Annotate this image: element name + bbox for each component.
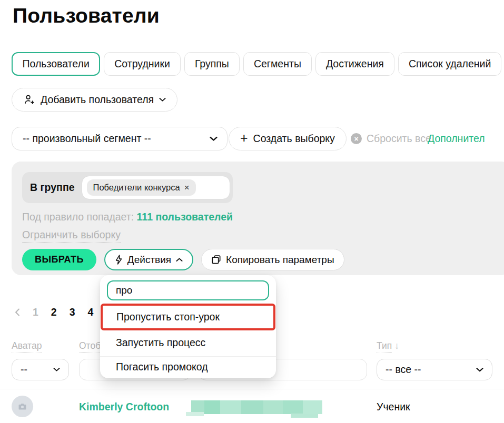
copy-parameters-button[interactable]: Копировать параметры	[201, 249, 344, 270]
group-chip[interactable]: Победители конкурса ×	[87, 179, 196, 196]
menu-item-skip-stop-lesson[interactable]: Пропустить стоп-урок	[101, 304, 275, 330]
avatar-filter-value: --	[21, 364, 27, 376]
match-count-line: Под правило попадает: 111 пользователей	[22, 211, 233, 223]
tab-deleted-list[interactable]: Список удалений	[398, 52, 501, 76]
chevron-down-icon	[210, 136, 218, 142]
column-header-avatar[interactable]: Аватар	[12, 340, 42, 351]
create-selection-label: Создать выборку	[253, 133, 335, 145]
chevron-down-icon	[476, 367, 483, 372]
camera-icon	[17, 401, 27, 411]
create-selection-button[interactable]: + Создать выборку	[229, 127, 347, 150]
chip-remove-icon[interactable]: ×	[184, 183, 190, 193]
page-number-4[interactable]: 4	[88, 306, 94, 318]
group-rule-box: В группе Победители конкурса ×	[22, 172, 233, 203]
group-input[interactable]: Победители конкурса ×	[82, 176, 230, 199]
avatar-filter-select[interactable]: --	[12, 359, 69, 380]
type-filter-value: -- все --	[386, 364, 421, 376]
group-chip-label: Победители конкурса	[93, 183, 180, 193]
chevron-up-icon	[176, 257, 183, 262]
users-admin-page: Пользователи Пользователи Сотрудники Гру…	[0, 0, 504, 423]
plus-icon: +	[240, 132, 248, 145]
add-user-button[interactable]: Добавить пользователя	[12, 88, 177, 112]
tab-staff[interactable]: Сотрудники	[104, 52, 181, 76]
chevron-left-icon[interactable]	[15, 308, 20, 316]
reset-all-label: Сбросить все	[367, 133, 431, 145]
sort-down-icon: ↓	[394, 340, 399, 351]
page-number-2[interactable]: 2	[51, 306, 57, 318]
circle-x-icon: ×	[351, 133, 362, 144]
user-name-link[interactable]: Kimberly Croftoon	[79, 401, 169, 413]
menu-divider	[100, 356, 276, 357]
tab-groups[interactable]: Группы	[184, 52, 240, 76]
panel-actions-row: ВЫБРАТЬ Действия Копировать параметры	[22, 249, 344, 270]
group-rule-label: В группе	[30, 182, 75, 194]
menu-item-redeem-promocode[interactable]: Погасить промокод	[100, 361, 276, 373]
actions-dropdown-button[interactable]: Действия	[104, 249, 193, 270]
limit-selection-link[interactable]: Ограничить выборку	[22, 229, 121, 243]
segment-select[interactable]: -- произвольный сегмент --	[12, 127, 228, 150]
tab-segments[interactable]: Сегменты	[243, 52, 312, 76]
type-filter-select[interactable]: -- все --	[377, 359, 492, 380]
page-number-1[interactable]: 1	[33, 306, 38, 318]
person-plus-icon	[23, 94, 35, 106]
pagination: 1 2 3 4	[15, 306, 93, 318]
copy-icon	[211, 255, 221, 265]
tab-achievements[interactable]: Достижения	[315, 52, 394, 76]
section-tabs: Пользователи Сотрудники Группы Сегменты …	[12, 52, 504, 76]
page-number-3[interactable]: 3	[70, 306, 75, 318]
menu-item-start-process[interactable]: Запустить процесс	[100, 337, 276, 349]
match-count: 111 пользователей	[137, 211, 233, 223]
additional-filters-link[interactable]: Дополнител	[428, 127, 485, 150]
actions-dropdown-menu: Пропустить стоп-урок Запустить процесс П…	[100, 275, 276, 378]
reset-all-button[interactable]: × Сбросить все	[351, 127, 431, 150]
actions-label: Действия	[127, 254, 171, 266]
chevron-down-icon	[159, 97, 166, 102]
page-title: Пользователи	[13, 4, 160, 27]
tab-users[interactable]: Пользователи	[12, 52, 100, 76]
segment-select-value: -- произвольный сегмент --	[23, 133, 151, 145]
column-header-display-name[interactable]: Отоб	[79, 340, 101, 351]
match-prefix: Под правило попадает:	[22, 211, 134, 223]
column-header-type[interactable]: Тип↓	[377, 340, 399, 351]
table-row-divider	[0, 389, 504, 389]
select-button[interactable]: ВЫБРАТЬ	[22, 249, 96, 270]
redacted-email-bar	[191, 400, 322, 414]
lightning-icon	[115, 255, 123, 265]
add-user-label: Добавить пользователя	[41, 94, 154, 106]
actions-search-input[interactable]	[107, 280, 269, 300]
avatar-placeholder	[12, 396, 33, 417]
copy-parameters-label: Копировать параметры	[226, 254, 334, 266]
chevron-down-icon	[53, 367, 60, 372]
selection-rule-panel: В группе Победители конкурса × Под прави…	[12, 162, 504, 275]
user-type-value: Ученик	[377, 401, 410, 413]
